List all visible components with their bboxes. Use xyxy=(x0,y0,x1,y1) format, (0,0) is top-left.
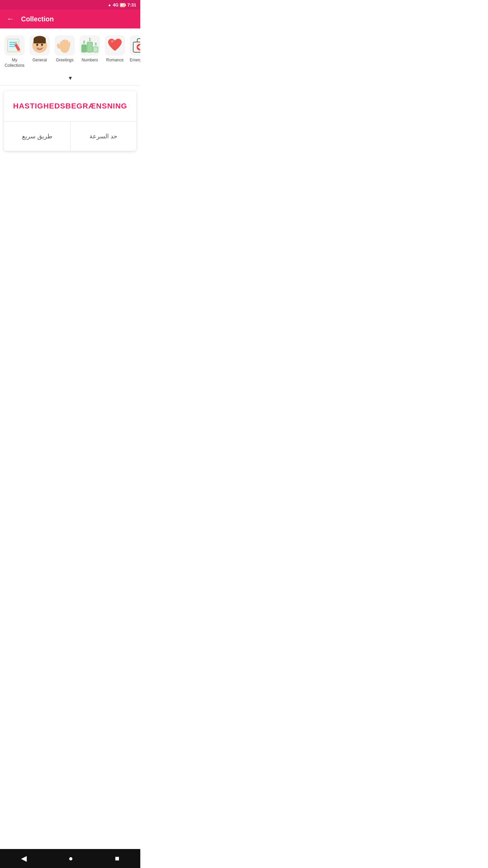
svg-point-18 xyxy=(41,46,42,47)
romance-icon xyxy=(105,35,125,56)
category-numbers[interactable]: 2 1 3 Numbers xyxy=(78,34,102,70)
category-scroll: My Collections Gen xyxy=(0,28,140,72)
category-greetings[interactable]: Greetings xyxy=(53,34,77,70)
svg-text:2: 2 xyxy=(83,40,85,44)
svg-rect-23 xyxy=(64,39,66,47)
svg-point-15 xyxy=(41,44,43,46)
svg-text:⚡: ⚡ xyxy=(121,3,125,7)
my-collections-label: My Collections xyxy=(4,58,25,68)
svg-text:1: 1 xyxy=(89,37,91,41)
status-bar: ▲ 4G ⚡ 7:31 xyxy=(0,0,140,9)
category-general[interactable]: General xyxy=(28,34,52,70)
svg-rect-31 xyxy=(93,47,98,52)
my-collections-icon xyxy=(4,35,25,56)
greetings-icon xyxy=(55,35,75,56)
category-emergency[interactable]: Emergency xyxy=(128,34,140,70)
svg-rect-37 xyxy=(138,46,140,48)
svg-rect-22 xyxy=(62,40,64,47)
signal-label: 4G xyxy=(113,2,119,7)
back-button[interactable]: ← xyxy=(5,13,16,25)
flashcard-bottom: طريق سريع حد السرعة xyxy=(4,122,136,151)
emergency-icon xyxy=(130,35,140,56)
signal-icon: ▲ xyxy=(108,3,111,7)
general-icon xyxy=(29,35,50,56)
time-display: 7:31 xyxy=(127,2,136,7)
expand-chevron-row[interactable]: ▾ xyxy=(0,72,140,85)
emergency-label: Emergency xyxy=(130,58,140,63)
greetings-label: Greetings xyxy=(56,58,74,63)
category-romance[interactable]: Romance xyxy=(103,34,127,70)
battery-icon: ⚡ xyxy=(120,3,126,7)
status-icons: ▲ 4G ⚡ 7:31 xyxy=(108,2,136,7)
flashcard-translation-2[interactable]: حد السرعة xyxy=(70,122,137,151)
svg-rect-27 xyxy=(82,45,86,52)
category-my-collections[interactable]: My Collections xyxy=(3,34,26,70)
general-label: General xyxy=(33,58,47,63)
flashcard[interactable]: HASTIGHEDSBEGRÆNSNING طريق سريع حد السرع… xyxy=(4,91,136,151)
svg-rect-29 xyxy=(87,42,93,52)
svg-point-19 xyxy=(43,47,44,48)
numbers-icon: 2 1 3 xyxy=(80,35,100,56)
flashcard-word: HASTIGHEDSBEGRÆNSNING xyxy=(13,102,127,110)
svg-text:3: 3 xyxy=(95,42,97,46)
numbers-label: Numbers xyxy=(82,58,98,63)
app-bar: ← Collection xyxy=(0,9,140,28)
flashcard-top: HASTIGHEDSBEGRÆNSNING xyxy=(4,91,136,122)
svg-rect-1 xyxy=(125,4,126,6)
expand-chevron-icon: ▾ xyxy=(69,74,72,82)
romance-label: Romance xyxy=(106,58,123,63)
svg-point-17 xyxy=(38,47,39,48)
svg-rect-25 xyxy=(68,42,70,47)
flashcard-container: HASTIGHEDSBEGRÆNSNING طريق سريع حد السرع… xyxy=(0,85,140,156)
svg-rect-24 xyxy=(66,40,68,47)
svg-point-16 xyxy=(36,46,37,47)
flashcard-translation-1[interactable]: طريق سريع xyxy=(4,122,70,151)
app-bar-title: Collection xyxy=(21,15,54,23)
svg-rect-13 xyxy=(34,39,46,43)
svg-point-14 xyxy=(36,44,38,46)
